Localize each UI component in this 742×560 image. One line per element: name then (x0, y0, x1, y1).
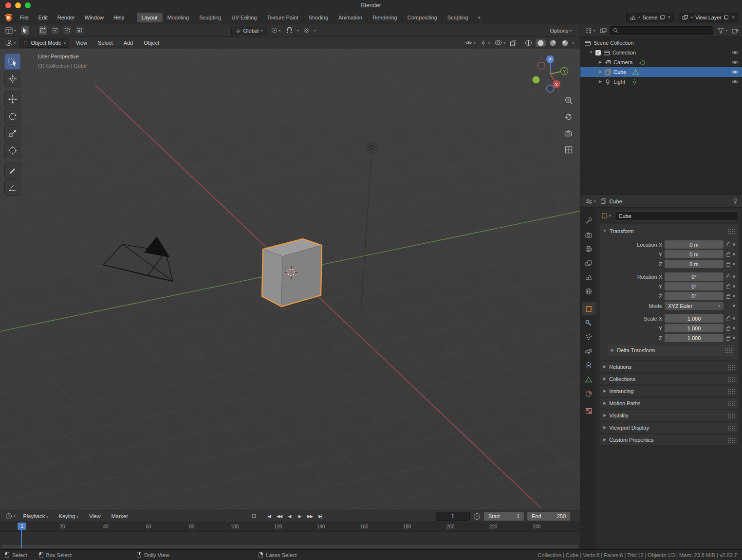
tool-transform[interactable] (4, 142, 20, 158)
shading-wireframe-button[interactable] (523, 39, 534, 47)
tab-render[interactable] (582, 228, 595, 241)
panel-grip[interactable] (727, 401, 735, 406)
lock-icon[interactable] (726, 327, 730, 331)
lock-icon[interactable] (726, 263, 730, 267)
collection-checkbox[interactable]: ✓ (595, 50, 601, 55)
panel-grip[interactable] (724, 348, 732, 353)
tool-select-box[interactable] (4, 54, 20, 70)
properties-editor-type-icon[interactable]: ▾ (584, 199, 597, 204)
new-collection-button[interactable] (732, 28, 739, 34)
timeline-menu-view[interactable]: View (85, 512, 105, 521)
workspace-tab-animation[interactable]: Animation (334, 13, 368, 22)
viewport-3d[interactable]: User Perspective (1) Collection | Cube Z (0, 49, 580, 510)
outliner-row-cube[interactable]: ▶ Cube (580, 67, 742, 77)
tool-annotate[interactable] (4, 163, 20, 179)
animate-dot[interactable] (733, 337, 735, 339)
camera-view-icon[interactable] (563, 127, 575, 139)
scale-x-field[interactable]: 1.000 (665, 314, 723, 323)
tab-texture[interactable] (582, 404, 595, 417)
editor-type-icon[interactable]: ▾ (4, 27, 18, 34)
tab-world[interactable] (582, 285, 595, 298)
active-tool-icon[interactable] (20, 26, 30, 35)
lock-icon[interactable] (726, 244, 730, 247)
preview-range-clock-icon[interactable] (473, 513, 481, 520)
play-button[interactable]: ▶ (295, 511, 304, 521)
view-layer-selector[interactable]: ▾ View Layer × (679, 13, 738, 22)
overlays-dropdown[interactable]: ▾ (493, 40, 507, 46)
delete-scene-icon[interactable]: × (667, 15, 671, 20)
panel-grip[interactable] (728, 229, 735, 234)
panel-viewport-display[interactable]: ▶Viewport Display (600, 422, 738, 433)
blender-logo-icon[interactable] (4, 13, 14, 22)
outliner-row-light[interactable]: ▶ Light (580, 77, 742, 87)
workspace-tab-compositing[interactable]: Compositing (403, 13, 443, 22)
shading-dropdown[interactable]: ▾ (572, 41, 574, 45)
workspace-tab-texture-paint[interactable]: Texture Paint (262, 13, 303, 22)
panel-motion-paths[interactable]: ▶Motion Paths (600, 398, 738, 409)
rotation-z-field[interactable]: 0° (665, 292, 723, 300)
panel-grip[interactable] (727, 413, 735, 418)
tab-physics[interactable] (582, 344, 595, 358)
lock-icon[interactable] (726, 295, 730, 299)
jump-to-start-button[interactable]: |◀ (264, 511, 274, 521)
panel-grip[interactable] (727, 389, 735, 394)
animate-dot[interactable] (733, 295, 735, 297)
outliner-row-scene-collection[interactable]: Scene Collection (580, 38, 742, 48)
pivot-point-dropdown[interactable]: ▾ (270, 27, 282, 34)
menu-help[interactable]: Help (109, 13, 129, 22)
light-data-icon[interactable] (631, 79, 638, 85)
tool-measure[interactable] (4, 180, 20, 196)
outliner-row-camera[interactable]: ▶ Camera (580, 57, 742, 67)
menu-file[interactable]: File (16, 13, 33, 22)
hide-toggle[interactable] (731, 70, 739, 74)
workspace-tab-uv-editing[interactable]: UV Editing (226, 13, 262, 22)
panel-grip[interactable] (727, 377, 735, 382)
auto-keying-toggle[interactable] (249, 511, 259, 521)
start-frame-field[interactable]: Start 1 (484, 512, 524, 521)
camera-data-icon[interactable] (639, 60, 645, 65)
panel-grip[interactable] (727, 437, 735, 443)
tab-active-tool[interactable] (582, 214, 595, 227)
workspace-tab-scripting[interactable]: Scripting (443, 13, 474, 22)
lock-icon[interactable] (726, 337, 730, 341)
perspective-toggle-icon[interactable] (563, 144, 575, 156)
camera-object[interactable] (103, 236, 173, 281)
timeline-ruler[interactable]: 20 40 60 80 100 120 140 160 180 200 220 … (0, 522, 580, 532)
snap-toggle[interactable] (285, 27, 294, 34)
tab-view-layer[interactable] (582, 256, 595, 270)
select-mode-subtract-button[interactable] (63, 26, 72, 35)
timeline-scrollbar[interactable] (1, 545, 578, 548)
tab-object-data[interactable] (582, 373, 595, 386)
location-y-field[interactable]: 0 m (665, 250, 723, 258)
timeline-menu-marker[interactable]: Marker (107, 512, 132, 521)
tool-scale[interactable] (4, 125, 20, 141)
navigation-gizmo[interactable]: Z Y X (528, 53, 573, 97)
playhead[interactable]: 1 (18, 523, 26, 530)
timeline-editor-type-icon[interactable]: ▾ (4, 513, 17, 520)
workspace-tab-layout[interactable]: Layout (137, 13, 163, 22)
rotation-mode-dropdown[interactable]: XYZ Euler▾ (665, 302, 723, 310)
panel-visibility[interactable]: ▶Visibility (600, 410, 738, 421)
pin-icon[interactable] (732, 198, 738, 204)
animate-dot[interactable] (733, 317, 735, 320)
animate-dot[interactable] (733, 243, 735, 246)
outliner-editor-type-icon[interactable]: ▾ (584, 27, 597, 34)
disclosure-closed-icon[interactable]: ▶ (599, 60, 602, 64)
hide-toggle[interactable] (731, 60, 739, 65)
workspace-tab-shading[interactable]: Shading (304, 13, 334, 22)
menu-edit[interactable]: Edit (34, 13, 52, 22)
current-frame-field[interactable]: 1 (436, 512, 470, 521)
xray-toggle[interactable] (508, 40, 518, 46)
add-workspace-button[interactable]: + (474, 13, 484, 22)
proportional-editing-toggle[interactable] (302, 27, 311, 34)
search-input[interactable] (621, 28, 710, 34)
jump-to-end-button[interactable]: ▶| (315, 511, 325, 521)
workspace-tab-modeling[interactable]: Modeling (163, 13, 195, 22)
animate-dot[interactable] (733, 275, 735, 278)
hide-toggle[interactable] (731, 79, 739, 84)
viewport-menu-view[interactable]: View (71, 38, 92, 47)
light-object[interactable] (361, 142, 378, 307)
animate-dot[interactable] (733, 285, 735, 288)
viewport-editor-type-icon[interactable]: ▾ (4, 39, 18, 46)
object-id-dropdown[interactable]: ▾ (600, 213, 612, 219)
